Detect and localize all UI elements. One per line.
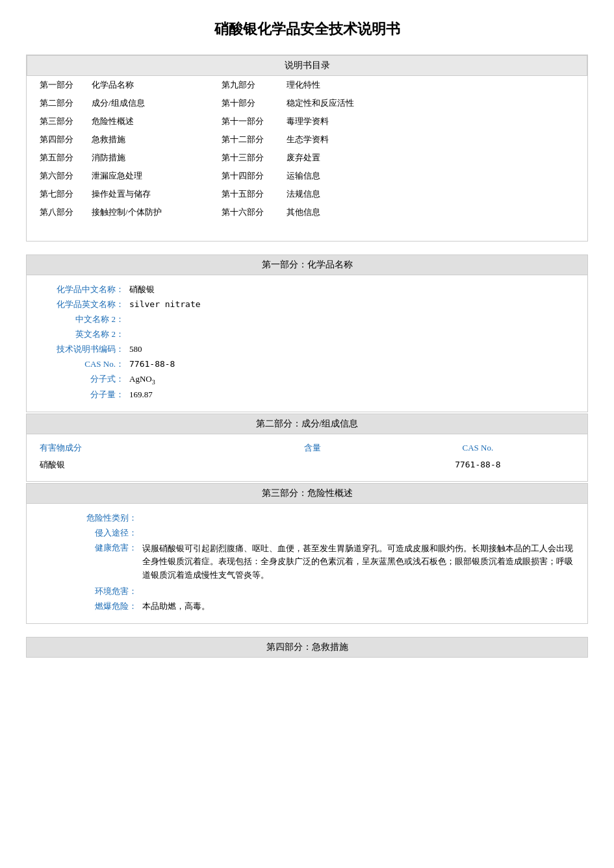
molecular-weight-row: 分子量： 169.87 bbox=[40, 389, 574, 401]
molecular-formula-row: 分子式： AgNO3 bbox=[40, 373, 574, 386]
part2-content bbox=[257, 456, 368, 473]
part2-col2-header: 含量 bbox=[257, 440, 368, 456]
part2-table: 有害物成分 含量 CAS No. 硝酸银 7761-88-8 bbox=[27, 440, 587, 473]
toc-right-label: 法规信息 bbox=[280, 185, 581, 203]
part2-table-row: 硝酸银 7761-88-8 bbox=[27, 456, 587, 473]
part2-substance: 硝酸银 bbox=[27, 456, 257, 473]
chinese-name2-row: 中文名称 2： bbox=[40, 314, 574, 325]
molecular-formula-value: AgNO3 bbox=[129, 374, 155, 386]
toc-left-label: 急救措施 bbox=[85, 130, 215, 149]
toc-right-num: 第十部分 bbox=[215, 94, 280, 112]
invasion-row: 侵入途径： bbox=[53, 527, 574, 539]
toc-left-num: 第四部分 bbox=[33, 130, 85, 149]
toc-header: 说明书目录 bbox=[27, 55, 587, 76]
toc-right-label: 稳定性和反应活性 bbox=[280, 94, 581, 112]
manual-code-row: 技术说明书编码： 580 bbox=[40, 343, 574, 355]
part2-col3-header: CAS No. bbox=[368, 440, 587, 456]
part2-cas: 7761-88-8 bbox=[368, 456, 587, 473]
toc-left-label: 危险性概述 bbox=[85, 112, 215, 130]
toc-row: 第二部分 成分/组成信息 第十部分 稳定性和反应活性 bbox=[33, 94, 581, 112]
toc-table: 第一部分 化学品名称 第九部分 理化特性 第二部分 成分/组成信息 第十部分 稳… bbox=[33, 76, 581, 221]
health-label: 健康危害： bbox=[53, 542, 137, 554]
english-name-label: 化学品英文名称： bbox=[40, 299, 124, 310]
part2-table-header-row: 有害物成分 含量 CAS No. bbox=[27, 440, 587, 456]
part3-content: 危险性类别： 侵入途径： 健康危害： 误服硝酸银可引起剧烈腹痛、呕吐、血便，甚至… bbox=[26, 504, 588, 624]
env-row: 环境危害： bbox=[53, 586, 574, 597]
toc-left-label: 操作处置与储存 bbox=[85, 185, 215, 203]
molecular-formula-label: 分子式： bbox=[40, 373, 124, 385]
env-label: 环境危害： bbox=[53, 586, 137, 597]
toc-row: 第六部分 泄漏应急处理 第十四部分 运输信息 bbox=[33, 167, 581, 185]
toc-row: 第四部分 急救措施 第十二部分 生态学资料 bbox=[33, 130, 581, 149]
health-row: 健康危害： 误服硝酸银可引起剧烈腹痛、呕吐、血便，甚至发生胃肠道穿孔。可造成皮服… bbox=[53, 542, 574, 582]
toc-row: 第五部分 消防措施 第十三部分 废弃处置 bbox=[33, 149, 581, 167]
toc-right-label: 运输信息 bbox=[280, 167, 581, 185]
cas-value: 7761-88-8 bbox=[129, 359, 175, 369]
health-value: 误服硝酸银可引起剧烈腹痛、呕吐、血便，甚至发生胃肠道穿孔。可造成皮服和眼灼伤。长… bbox=[142, 542, 574, 582]
toc-right-num: 第十一部分 bbox=[215, 112, 280, 130]
toc-left-num: 第一部分 bbox=[33, 76, 85, 94]
toc-right-label: 理化特性 bbox=[280, 76, 581, 94]
chinese-name-row: 化学品中文名称： 硝酸银 bbox=[40, 284, 574, 295]
toc-left-num: 第八部分 bbox=[33, 203, 85, 221]
toc-left-label: 成分/组成信息 bbox=[85, 94, 215, 112]
toc-left-num: 第五部分 bbox=[33, 149, 85, 167]
molecular-weight-value: 169.87 bbox=[129, 390, 153, 400]
part2-header: 第二部分：成分/组成信息 bbox=[26, 414, 588, 434]
danger-class-row: 危险性类别： bbox=[53, 512, 574, 524]
toc-right-label: 毒理学资料 bbox=[280, 112, 581, 130]
toc-row: 第一部分 化学品名称 第九部分 理化特性 bbox=[33, 76, 581, 94]
toc-left-label: 化学品名称 bbox=[85, 76, 215, 94]
manual-code-label: 技术说明书编码： bbox=[40, 343, 124, 355]
toc-section: 说明书目录 第一部分 化学品名称 第九部分 理化特性 第二部分 成分/组成信息 … bbox=[26, 55, 588, 242]
part2-section: 第二部分：成分/组成信息 有害物成分 含量 CAS No. 硝酸银 7761-8… bbox=[26, 414, 588, 482]
fire-value: 本品助燃，高毒。 bbox=[142, 601, 210, 612]
toc-right-num: 第十二部分 bbox=[215, 130, 280, 149]
english-name-row: 化学品英文名称： silver nitrate bbox=[40, 299, 574, 310]
toc-right-num: 第十五部分 bbox=[215, 185, 280, 203]
page-title: 硝酸银化学品安全技术说明书 bbox=[26, 19, 588, 39]
part3-section: 第三部分：危险性概述 危险性类别： 侵入途径： 健康危害： 误服硝酸银可引起剧烈… bbox=[26, 483, 588, 624]
toc-row: 第三部分 危险性概述 第十一部分 毒理学资料 bbox=[33, 112, 581, 130]
toc-right-label: 生态学资料 bbox=[280, 130, 581, 149]
danger-class-label: 危险性类别： bbox=[53, 512, 137, 524]
toc-left-num: 第七部分 bbox=[33, 185, 85, 203]
toc-right-num: 第九部分 bbox=[215, 76, 280, 94]
fire-row: 燃爆危险： 本品助燃，高毒。 bbox=[53, 601, 574, 612]
cas-row: CAS No.： 7761-88-8 bbox=[40, 358, 574, 370]
part1-section: 第一部分：化学品名称 化学品中文名称： 硝酸银 化学品英文名称： silver … bbox=[26, 254, 588, 412]
part1-content: 化学品中文名称： 硝酸银 化学品英文名称： silver nitrate 中文名… bbox=[26, 275, 588, 412]
toc-right-num: 第十四部分 bbox=[215, 167, 280, 185]
toc-row: 第八部分 接触控制/个体防护 第十六部分 其他信息 bbox=[33, 203, 581, 221]
chinese-name-label: 化学品中文名称： bbox=[40, 284, 124, 295]
manual-code-value: 580 bbox=[129, 344, 142, 354]
fire-label: 燃爆危险： bbox=[53, 601, 137, 612]
part2-col1-header: 有害物成分 bbox=[27, 440, 257, 456]
part4-section: 第四部分：急救措施 bbox=[26, 637, 588, 658]
toc-left-label: 接触控制/个体防护 bbox=[85, 203, 215, 221]
toc-left-num: 第三部分 bbox=[33, 112, 85, 130]
part3-header: 第三部分：危险性概述 bbox=[26, 483, 588, 504]
toc-left-label: 消防措施 bbox=[85, 149, 215, 167]
toc-right-label: 废弃处置 bbox=[280, 149, 581, 167]
chinese-name-value: 硝酸银 bbox=[129, 284, 155, 295]
part4-header: 第四部分：急救措施 bbox=[26, 637, 588, 658]
toc-left-num: 第二部分 bbox=[33, 94, 85, 112]
cas-label: CAS No.： bbox=[40, 358, 124, 370]
english-name-value: silver nitrate bbox=[129, 299, 201, 309]
toc-left-num: 第六部分 bbox=[33, 167, 85, 185]
part1-header: 第一部分：化学品名称 bbox=[26, 254, 588, 275]
toc-right-num: 第十三部分 bbox=[215, 149, 280, 167]
english-name2-row: 英文名称 2： bbox=[40, 329, 574, 340]
toc-right-label: 其他信息 bbox=[280, 203, 581, 221]
toc-right-num: 第十六部分 bbox=[215, 203, 280, 221]
molecular-weight-label: 分子量： bbox=[40, 389, 124, 401]
toc-row: 第七部分 操作处置与储存 第十五部分 法规信息 bbox=[33, 185, 581, 203]
part2-content: 有害物成分 含量 CAS No. 硝酸银 7761-88-8 bbox=[26, 434, 588, 482]
chinese-name2-label: 中文名称 2： bbox=[40, 314, 124, 325]
toc-left-label: 泄漏应急处理 bbox=[85, 167, 215, 185]
toc-content: 第一部分 化学品名称 第九部分 理化特性 第二部分 成分/组成信息 第十部分 稳… bbox=[27, 76, 587, 241]
english-name2-label: 英文名称 2： bbox=[40, 329, 124, 340]
invasion-label: 侵入途径： bbox=[53, 527, 137, 539]
